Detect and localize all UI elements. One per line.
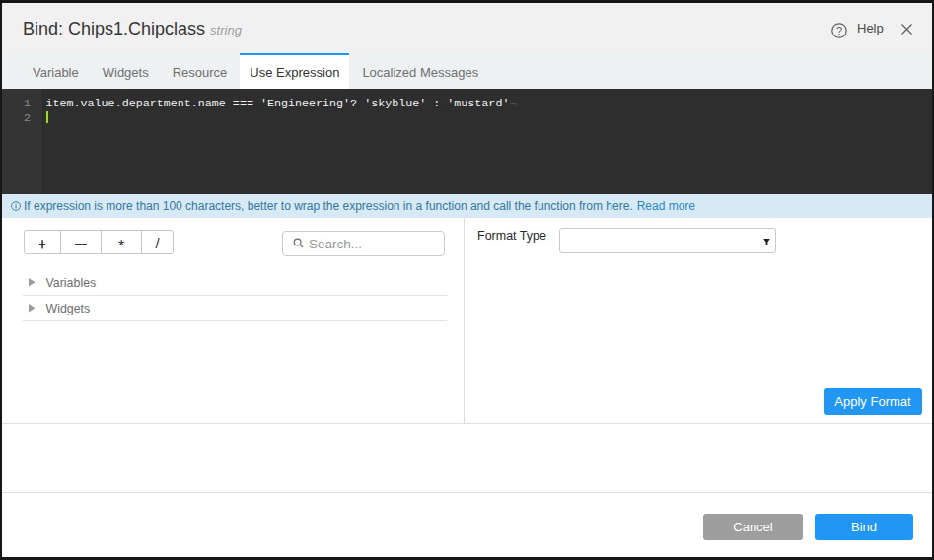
svg-text:?: ? bbox=[836, 25, 842, 36]
